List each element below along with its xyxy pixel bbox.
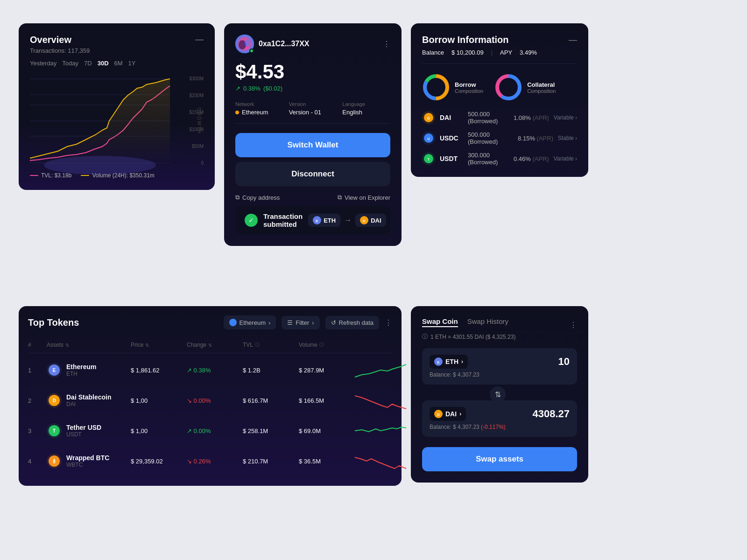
- legend-volume-dot: [81, 175, 89, 176]
- svg-text:D: D: [427, 116, 430, 120]
- from-chevron-icon: ›: [461, 358, 463, 365]
- borrow-rows: D DAI 500.000 (Borrowed) 1.08% (APR) Var…: [422, 111, 577, 166]
- from-token-select[interactable]: E ETH ›: [430, 355, 468, 369]
- wbtc-token-icon: ₿: [47, 454, 62, 469]
- overview-card: Overview — Transactions: 117,359 Yesterd…: [19, 23, 215, 190]
- view-explorer-button[interactable]: ⧉ View on Explorer: [338, 194, 390, 201]
- swap-direction-button[interactable]: ⇅: [490, 386, 506, 402]
- ethereum-network-icon: [229, 319, 237, 326]
- svg-text:D: D: [52, 398, 56, 403]
- tx-to-token: D DAI: [355, 214, 386, 227]
- tx-arrow-icon: →: [344, 216, 352, 224]
- dashboard: Overview — Transactions: 117,359 Yesterd…: [19, 23, 728, 537]
- tokens-card: Top Tokens Ethereum › ☰ Filter › ↺ Refre…: [19, 306, 402, 486]
- col-price[interactable]: Price ⇅: [131, 342, 187, 348]
- wallet-actions: ⧉ Copy address ⧉ View on Explorer: [235, 194, 390, 201]
- svg-text:D: D: [363, 219, 366, 223]
- balance-label: Balance: [422, 49, 444, 56]
- svg-text:E: E: [437, 360, 440, 364]
- usdc-name: USDC: [440, 134, 463, 142]
- col-change[interactable]: Change ⇅: [187, 342, 243, 348]
- chevron-down-icon: ›: [268, 319, 270, 326]
- borrow-meta: Balance $ 10,200.09 | APY 3.49%: [422, 49, 577, 64]
- usdc-apr: 8.15% (APR): [518, 135, 553, 142]
- copy-address-button[interactable]: ⧉ Copy address: [235, 194, 280, 201]
- apy-value: 3.49%: [520, 49, 537, 56]
- usdt-name: USDT: [440, 155, 463, 162]
- borrow-title: Borrow Information: [422, 35, 509, 45]
- to-token-select[interactable]: D DAI ›: [430, 407, 466, 421]
- network-select-button[interactable]: Ethereum ›: [224, 315, 276, 329]
- filter-button[interactable]: ☰ Filter ›: [282, 316, 319, 329]
- borrow-charts: Borrow Composition Collateral Compositio…: [422, 73, 577, 101]
- tx-tokens: E ETH → D DAI: [308, 214, 386, 227]
- swap-tabs: Swap Coin Swap History: [422, 317, 508, 327]
- wallet-card: 0xa1C2...37XX ⋮ $4.53 ↗ 0.38% ($0.02) Ne…: [224, 23, 402, 246]
- swap-from-input[interactable]: E ETH › 10 Balance: $ 4,307.23: [422, 348, 577, 385]
- wallet-address: 0xa1C2...37XX: [259, 40, 310, 48]
- meta-language: Language English: [342, 101, 390, 116]
- dai-amount: 500.000 (Borrowed): [468, 111, 509, 125]
- usdc-amount: 500.000 (Borrowed): [468, 131, 513, 145]
- info-icon: ⓘ: [422, 333, 428, 341]
- tokens-more-icon[interactable]: ⋮: [385, 318, 392, 327]
- overview-chart: $300M $200M $150M $100M $50M 0: [30, 74, 204, 168]
- tab-1y[interactable]: 1Y: [128, 60, 136, 67]
- col-assets[interactable]: Assets ⇅: [47, 342, 131, 348]
- swap-more-icon[interactable]: ⋮: [570, 321, 577, 329]
- wallet-avatar: [235, 35, 254, 53]
- table-row: 2 D Dai StablecoinDAI $ 1,00 ↘ 0.00% $ 6…: [28, 385, 392, 416]
- overview-svg: [30, 74, 184, 168]
- tx-from-token: E ETH: [308, 214, 340, 227]
- swap-header: Swap Coin Swap History ⋮: [422, 317, 577, 333]
- refresh-button[interactable]: ↺ Refresh data: [325, 316, 379, 329]
- table-row: 1 E EthereumETH $ 1,861.62 ↗ 0.38% $ 1.2…: [28, 355, 392, 385]
- copy-icon: ⧉: [235, 194, 240, 201]
- growth-label: GROWTH: [197, 107, 202, 134]
- tx-submitted-text: Transaction submitted: [263, 212, 303, 228]
- tab-7d[interactable]: 7D: [84, 60, 92, 67]
- tab-swap-history[interactable]: Swap History: [467, 317, 508, 327]
- swap-to-input[interactable]: D DAI › 4308.27 Balance: $ 4,307.23 (-0.…: [422, 400, 577, 437]
- tab-yesterday[interactable]: Yesterday: [30, 60, 56, 67]
- dai-type: Variable ›: [554, 114, 577, 121]
- from-balance: Balance: $ 4,307.23: [430, 371, 570, 378]
- switch-wallet-button[interactable]: Switch Wallet: [235, 133, 390, 157]
- tab-swap-coin[interactable]: Swap Coin: [422, 317, 458, 327]
- eth-token-icon: E: [47, 363, 62, 378]
- borrow-row-dai: D DAI 500.000 (Borrowed) 1.08% (APR) Var…: [422, 111, 577, 125]
- swap-assets-button[interactable]: Swap assets: [422, 447, 577, 471]
- collateral-comp-label: Collateral: [527, 81, 556, 88]
- borrow-composition-chart: Borrow Composition: [422, 73, 483, 101]
- to-amount: 4308.27: [532, 408, 570, 420]
- col-volume[interactable]: Volume ⓘ: [299, 342, 355, 348]
- tab-30d[interactable]: 30D: [98, 60, 109, 67]
- usdc-type: Stable ›: [558, 135, 577, 141]
- col-tvl[interactable]: TVL ⓘ: [243, 342, 299, 348]
- borrow-menu-icon[interactable]: —: [569, 35, 577, 45]
- collateral-comp-sub: Composition: [527, 88, 556, 94]
- borrow-row-usdt: T USDT 300.000 (Borrowed) 0.46% (APR) Va…: [422, 152, 577, 166]
- overview-title: Overview: [30, 35, 71, 45]
- wallet-header: 0xa1C2...37XX ⋮: [235, 35, 390, 53]
- collateral-composition-chart: Collateral Composition: [494, 73, 556, 101]
- tokens-header: Top Tokens Ethereum › ☰ Filter › ↺ Refre…: [28, 315, 392, 329]
- asset-wbtc: ₿ Wrapped BTCWBTC: [47, 454, 131, 469]
- dai-token-icon: D: [47, 393, 62, 408]
- tokens-title: Top Tokens: [28, 317, 79, 328]
- wallet-more-icon[interactable]: ⋮: [383, 40, 390, 49]
- tab-6m[interactable]: 6M: [114, 60, 123, 67]
- tab-today[interactable]: Today: [62, 60, 78, 67]
- col-chart: [355, 342, 411, 348]
- disconnect-button[interactable]: Disconnect: [235, 162, 390, 186]
- asset-usdt: T Tether USDUSDT: [47, 423, 131, 438]
- wallet-price: $4.53: [235, 61, 390, 83]
- col-num: #: [28, 342, 47, 348]
- svg-text:₿: ₿: [53, 459, 56, 464]
- to-balance: Balance: $ 4,307.23 (-0.117%): [430, 424, 570, 430]
- overview-menu-icon[interactable]: —: [195, 35, 204, 44]
- usdc-icon: U: [422, 132, 435, 145]
- table-row: 4 ₿ Wrapped BTCWBTC $ 29,359.02 ↘ 0.26% …: [28, 446, 392, 476]
- svg-text:E: E: [53, 368, 56, 373]
- table-header: # Assets ⇅ Price ⇅ Change ⇅ TVL ⓘ Volume…: [28, 337, 392, 353]
